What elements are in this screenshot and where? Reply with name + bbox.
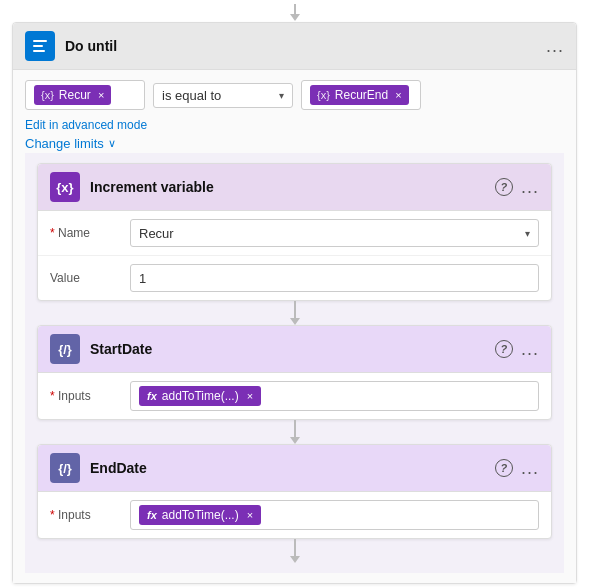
- startdate-icon: {/}: [50, 334, 80, 364]
- increment-value-label: Value: [50, 271, 130, 285]
- right-condition-box[interactable]: {x} RecurEnd ×: [301, 80, 421, 110]
- enddate-header: {/} EndDate ? ...: [38, 445, 551, 492]
- enddate-title: EndDate: [90, 460, 495, 476]
- svg-rect-0: [33, 40, 47, 42]
- right-chip-icon: {x}: [317, 89, 330, 101]
- left-chip-icon: {x}: [41, 89, 54, 101]
- startdate-inputs-row: Inputs fx addToTime(...) ×: [38, 373, 551, 419]
- increment-icon: {x}: [50, 172, 80, 202]
- increment-value-row: Value 1: [38, 256, 551, 300]
- startdate-actions: ? ...: [495, 339, 539, 360]
- change-limits[interactable]: Change limits ∨: [25, 136, 564, 151]
- enddate-help-icon[interactable]: ?: [495, 459, 513, 477]
- enddate-function-icon: fx: [147, 509, 157, 521]
- increment-value-value-box[interactable]: 1: [130, 264, 539, 292]
- left-token-chip: {x} Recur ×: [34, 85, 111, 105]
- startdate-more-icon[interactable]: ...: [521, 339, 539, 360]
- inner-arrow-1: [290, 301, 300, 325]
- do-until-card: Do until ... {x} Recur × is: [12, 22, 577, 584]
- svg-rect-2: [33, 50, 45, 52]
- enddate-function-chip: fx addToTime(...) ×: [139, 505, 261, 525]
- increment-name-value-box[interactable]: Recur ▾: [130, 219, 539, 247]
- increment-name-row: Name Recur ▾: [38, 211, 551, 256]
- enddate-inputs-row: Inputs fx addToTime(...) ×: [38, 492, 551, 538]
- startdate-function-chip: fx addToTime(...) ×: [139, 386, 261, 406]
- inner-arrow-2: [290, 420, 300, 444]
- operator-label: is equal to: [162, 88, 221, 103]
- startdate-function-icon: fx: [147, 390, 157, 402]
- startdate-inputs-label: Inputs: [50, 389, 130, 403]
- do-until-header: Do until ...: [13, 23, 576, 70]
- condition-row: {x} Recur × is equal to ▾ {x}: [25, 80, 564, 110]
- increment-variable-header: {x} Increment variable ? ...: [38, 164, 551, 211]
- operator-dropdown-arrow: ▾: [279, 90, 284, 101]
- advanced-link[interactable]: Edit in advanced mode: [25, 118, 564, 132]
- increment-name-label: Name: [50, 226, 130, 240]
- enddate-chip-close[interactable]: ×: [247, 509, 253, 521]
- startdate-header: {/} StartDate ? ...: [38, 326, 551, 373]
- startdate-chip-close[interactable]: ×: [247, 390, 253, 402]
- operator-select: is equal to ▾: [162, 88, 284, 103]
- enddate-inputs-value: addToTime(...): [162, 508, 239, 522]
- increment-help-icon[interactable]: ?: [495, 178, 513, 196]
- increment-more-icon[interactable]: ...: [521, 177, 539, 198]
- inner-arrow-3: [290, 539, 300, 563]
- startdate-title: StartDate: [90, 341, 495, 357]
- left-token-close[interactable]: ×: [98, 89, 104, 101]
- right-token-chip: {x} RecurEnd ×: [310, 85, 409, 105]
- do-until-body: {x} Recur × is equal to ▾ {x}: [13, 70, 576, 583]
- increment-variable-title: Increment variable: [90, 179, 495, 195]
- do-until-actions: ...: [546, 36, 564, 57]
- increment-name-value: Recur: [139, 226, 174, 241]
- do-until-more-icon[interactable]: ...: [546, 36, 564, 57]
- startdate-inputs-value-box[interactable]: fx addToTime(...) ×: [130, 381, 539, 411]
- startdate-inputs-value: addToTime(...): [162, 389, 239, 403]
- increment-value-value: 1: [139, 271, 146, 286]
- do-until-title: Do until: [65, 38, 546, 54]
- change-limits-label: Change limits: [25, 136, 104, 151]
- startdate-help-icon[interactable]: ?: [495, 340, 513, 358]
- startdate-card: {/} StartDate ? ... Inputs fx: [37, 325, 552, 420]
- enddate-more-icon[interactable]: ...: [521, 458, 539, 479]
- svg-rect-1: [33, 45, 43, 47]
- top-connector: [290, 0, 300, 22]
- enddate-card: {/} EndDate ? ... Inputs fx: [37, 444, 552, 539]
- enddate-actions: ? ...: [495, 458, 539, 479]
- increment-name-arrow: ▾: [525, 228, 530, 239]
- enddate-icon: {/}: [50, 453, 80, 483]
- left-token-label: Recur: [59, 88, 91, 102]
- do-until-icon: [25, 31, 55, 61]
- operator-box[interactable]: is equal to ▾: [153, 83, 293, 108]
- left-condition-box[interactable]: {x} Recur ×: [25, 80, 145, 110]
- increment-variable-card: {x} Increment variable ? ... Name Recur: [37, 163, 552, 301]
- enddate-inputs-value-box[interactable]: fx addToTime(...) ×: [130, 500, 539, 530]
- inner-cards-container: {x} Increment variable ? ... Name Recur: [25, 153, 564, 573]
- enddate-inputs-label: Inputs: [50, 508, 130, 522]
- right-token-close[interactable]: ×: [395, 89, 401, 101]
- change-limits-chevron: ∨: [108, 137, 116, 150]
- right-token-label: RecurEnd: [335, 88, 388, 102]
- increment-variable-actions: ? ...: [495, 177, 539, 198]
